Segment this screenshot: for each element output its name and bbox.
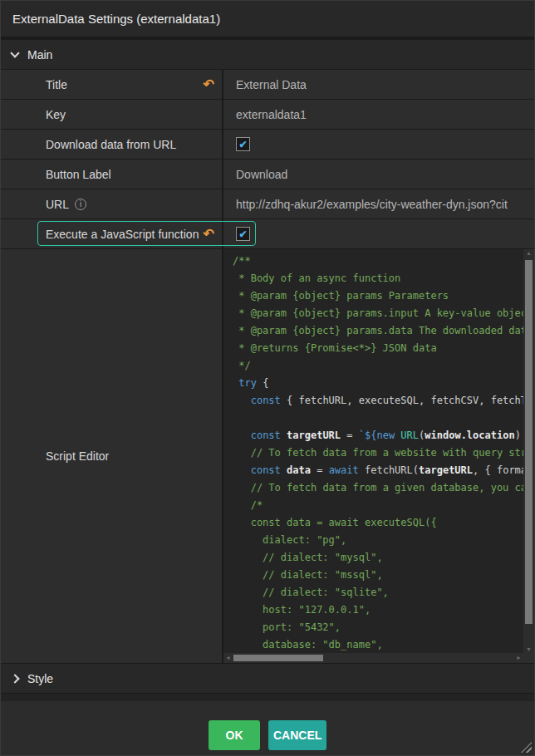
script-editor-cell: /** * Body of an async function * @param… <box>223 249 534 663</box>
url-label-cell: URL i <box>1 189 223 218</box>
row-url: URL i http://zdhq-akur2/examples/city-we… <box>1 189 534 219</box>
scroll-right-icon[interactable]: ► <box>516 653 522 663</box>
horizontal-scroll-thumb[interactable] <box>233 655 323 661</box>
section-style-label: Style <box>27 672 53 685</box>
externaldata-settings-dialog: ExternalData Settings (externaldata1) Ma… <box>0 0 535 756</box>
script-editor-code[interactable]: /** * Body of an async function * @param… <box>223 249 534 663</box>
dialog-footer: OK CANCEL <box>1 701 534 755</box>
section-main-label: Main <box>27 48 52 61</box>
button-label-label-cell: Button Label <box>1 160 223 189</box>
key-value-field[interactable]: externaldata1 <box>223 100 534 129</box>
download-url-label: Download data from URL <box>46 138 176 151</box>
undo-icon[interactable]: ↶ <box>204 228 214 241</box>
key-label-cell: Key <box>1 100 223 129</box>
button-label-value: Download <box>236 168 287 181</box>
row-download-data-from-url: Download data from URL ✔ <box>1 130 534 160</box>
editor-vertical-scrollbar[interactable]: ▲ ▼ <box>523 249 534 653</box>
title-value: External Data <box>236 78 307 91</box>
row-title: Title ↶ External Data <box>1 70 534 100</box>
row-key: Key externaldata1 <box>1 100 534 130</box>
section-header-main[interactable]: Main <box>1 40 534 70</box>
dialog-title: ExternalData Settings (externaldata1) <box>12 12 220 26</box>
button-label-label: Button Label <box>46 168 111 181</box>
url-value-field[interactable]: http://zdhq-akur2/examples/city-weather-… <box>223 189 534 218</box>
button-label-value-field[interactable]: Download <box>223 160 534 189</box>
section-divider <box>1 694 534 701</box>
ok-button[interactable]: OK <box>209 720 260 750</box>
title-value-field[interactable]: External Data <box>223 70 534 99</box>
url-label: URL <box>46 198 69 211</box>
download-url-checkbox[interactable]: ✔ <box>236 137 250 151</box>
chevron-down-icon <box>10 48 19 57</box>
info-icon[interactable]: i <box>75 199 86 210</box>
title-label: Title <box>46 78 67 91</box>
row-button-label: Button Label Download <box>1 160 534 189</box>
row-execute-js-function: Execute a JavaScript function ↶ ✔ <box>1 219 534 249</box>
execute-js-value-cell: ✔ <box>223 219 534 248</box>
scrollbar-corner <box>523 653 534 663</box>
dialog-titlebar[interactable]: ExternalData Settings (externaldata1) <box>1 1 534 37</box>
checkmark-icon: ✔ <box>238 229 247 239</box>
cancel-button[interactable]: CANCEL <box>268 720 326 750</box>
undo-icon[interactable]: ↶ <box>204 78 214 91</box>
checkmark-icon: ✔ <box>238 140 247 150</box>
chevron-right-icon <box>10 674 19 683</box>
download-url-label-cell: Download data from URL <box>1 130 223 159</box>
key-value: externaldata1 <box>236 108 307 121</box>
execute-js-checkbox[interactable]: ✔ <box>236 227 250 241</box>
url-value: http://zdhq-akur2/examples/city-weather-… <box>236 198 508 211</box>
row-script-editor: Script Editor /** * Body of an async fun… <box>1 249 534 664</box>
download-url-value-cell: ✔ <box>223 130 534 159</box>
key-label: Key <box>46 108 66 121</box>
title-label-cell: Title ↶ <box>1 70 223 99</box>
script-editor-label-cell: Script Editor <box>1 249 223 663</box>
execute-js-label: Execute a JavaScript function <box>46 228 199 241</box>
scroll-left-icon[interactable]: ◄ <box>225 653 231 663</box>
section-header-style[interactable]: Style <box>1 664 534 694</box>
scroll-down-icon[interactable]: ▼ <box>523 646 534 652</box>
execute-js-label-cell: Execute a JavaScript function ↶ <box>1 219 223 248</box>
script-editor-label: Script Editor <box>46 449 109 463</box>
editor-horizontal-scrollbar[interactable]: ◄ ► <box>223 653 523 663</box>
scroll-up-icon[interactable]: ▲ <box>523 250 534 256</box>
vertical-scroll-thumb[interactable] <box>525 260 533 624</box>
